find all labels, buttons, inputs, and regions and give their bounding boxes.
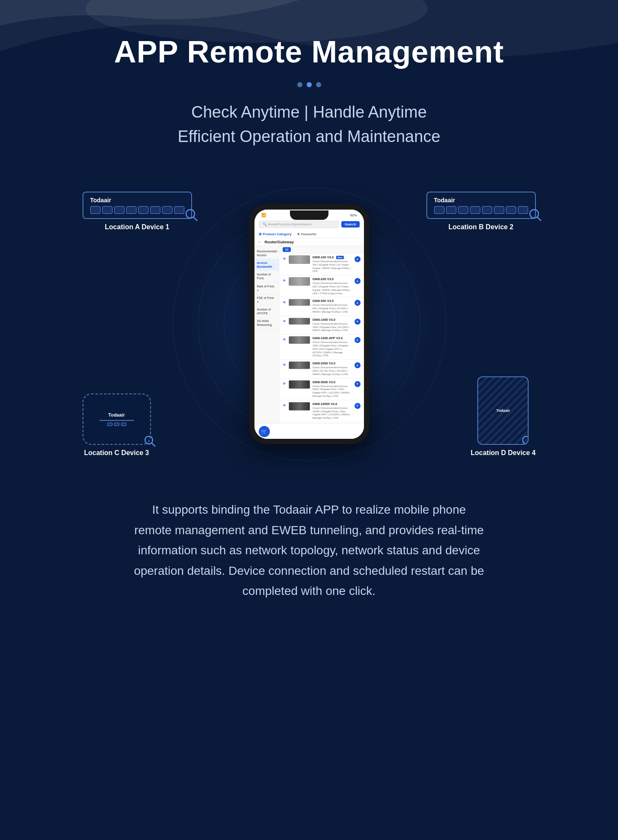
product-list-header: All [279, 246, 364, 254]
router-image-6 [289, 361, 310, 369]
device-d-label: Location D Device 4 [470, 449, 535, 457]
product-name-7: GW8-5000 V3.0 [313, 380, 352, 384]
add-button-7[interactable]: + [355, 381, 361, 387]
port-icon [162, 206, 172, 214]
eye-icon-3[interactable]: 👁 [283, 301, 286, 305]
phone-search-input[interactable]: 🔍 Model/Function/Specification [259, 221, 339, 228]
product-item-gw8-2000: 👁 GW8-2000 V3.0 Cloud | Recommended Acce… [279, 360, 364, 378]
sidebar-item-ap[interactable]: Number of AP/CPE [254, 306, 279, 317]
eye-icon-8[interactable]: 👁 [283, 404, 286, 408]
device-location-d: Todaair Location D Device 4 [470, 376, 535, 457]
sidebar-item-recommended[interactable]: Recommended Access [254, 248, 279, 259]
product-item-gw8-500: 👁 GW8-500 V3.0 Cloud | Recommended Acces… [279, 297, 364, 316]
port-icon [518, 206, 528, 214]
cart-icon[interactable]: 🛒 [259, 426, 270, 437]
port-icon [174, 206, 184, 214]
dot-1[interactable] [297, 82, 302, 87]
port-icon [102, 206, 112, 214]
back-arrow-icon[interactable]: ← [258, 240, 262, 244]
star-icon: ★ [297, 232, 300, 236]
product-name-4: GW8-1000 V3.0 [313, 318, 352, 322]
phone-sidebar: Recommended Access Access Bandwidth Numb… [254, 246, 279, 432]
product-info-7: GW8-5000 V3.0 Cloud | Recommended Access… [313, 380, 352, 398]
phone-bottom-bar: 🛒 [254, 423, 364, 439]
product-name-6: GW8-2000 V3.0 [313, 361, 352, 365]
tab-favourite[interactable]: ★ Favourite [297, 232, 316, 236]
product-name-2: GW8-200 V3.0 [313, 277, 352, 281]
product-item-gw8-100: 👁 GW8-100 V3.0 New Cloud | Recommended A… [279, 254, 364, 275]
eye-icon-7[interactable]: 👁 [283, 382, 286, 386]
bottom-description: It supports binding the Todaair APP to r… [117, 500, 502, 601]
phone-screen: 📶 60% 🔍 Model/Function/Specification Sea… [254, 210, 364, 439]
add-button-6[interactable]: + [355, 362, 361, 368]
subtitle: Check Anytime | Handle Anytime Efficient… [177, 100, 440, 149]
phone-category-header: ← Router/Gateway [254, 238, 364, 246]
eye-icon-6[interactable]: 👁 [283, 363, 286, 367]
phone-notch [290, 210, 328, 220]
search-icon-d [521, 435, 529, 445]
device-a-ports [90, 206, 184, 214]
device-location-a: Todaair Locatio [83, 192, 192, 231]
port-icon [150, 206, 160, 214]
product-item-gw8-5000: 👁 GW8-5000 V3.0 Cloud | Recommended Acce… [279, 379, 364, 400]
device-d-logo: Todaair [497, 408, 510, 413]
wifi-icon: 📶 [261, 213, 266, 217]
product-info-1: GW8-100 V3.0 New Cloud | Recommended Acc… [313, 255, 352, 273]
sidebar-item-rate[interactable]: Rate of Ports [254, 283, 279, 294]
router-image-7 [289, 380, 310, 389]
add-button-8[interactable]: + [355, 403, 361, 409]
sidebar-item-sdwan[interactable]: SD-WAN Networking [254, 317, 279, 329]
grid-icon: ⊞ [259, 232, 262, 236]
svg-line-6 [152, 443, 155, 447]
port-icon [482, 206, 492, 214]
product-info-6: GW8-2000 V3.0 Cloud | Recommended Access… [313, 361, 352, 376]
dot-3[interactable] [316, 82, 321, 87]
add-button-2[interactable]: + [355, 278, 361, 284]
device-location-c: Todaair Location C Device 3 [83, 393, 151, 457]
eye-icon-2[interactable]: 👁 [283, 279, 286, 283]
product-item-gw8-200: 👁 GW8-200 V3.0 Cloud | Recommended Acces… [279, 275, 364, 297]
sidebar-item-bandwidth[interactable]: Access Bandwidth [254, 259, 279, 271]
port-icon [446, 206, 456, 214]
device-b-label: Location B Device 2 [448, 223, 513, 231]
product-item-gw8-1000: 👁 GW8-1000 V3.0 Cloud | Recommended Acce… [279, 316, 364, 334]
eye-icon-4[interactable]: 👁 [283, 319, 286, 323]
product-info-3: GW8-500 V3.0 Cloud | Recommended Access … [313, 299, 352, 314]
category-title: Router/Gateway [265, 240, 294, 244]
eye-icon-5[interactable]: 👁 [283, 338, 286, 342]
port-icon [494, 206, 504, 214]
port-icon [138, 206, 148, 214]
new-badge-1: New [336, 256, 343, 259]
search-icon-b [528, 208, 543, 222]
product-desc-5: Cloud | Recommended Access 1000 | 6Gigab… [313, 341, 352, 358]
product-name-1: GW8-100 V3.0 New [313, 255, 352, 259]
eye-icon-1[interactable]: 👁 [283, 257, 286, 261]
router-image-1 [289, 255, 310, 264]
product-desc-4: Cloud | Recommended Access 1000 | 6Gigab… [313, 322, 352, 332]
port-icon [114, 206, 124, 214]
add-button-1[interactable]: + [355, 256, 361, 262]
description-text: It supports binding the Todaair APP to r… [134, 500, 485, 601]
product-name-5: GW8-1000-SFP V3.0 [313, 336, 352, 340]
sidebar-item-ports[interactable]: Number of Ports [254, 271, 279, 282]
search-magnify-icon: 🔍 [263, 222, 267, 226]
phone-tabs: ⊞ Product Category ★ Favourite [254, 231, 364, 238]
search-icon-c [143, 435, 157, 448]
tab-category[interactable]: ⊞ Product Category [259, 232, 292, 236]
add-button-4[interactable]: + [355, 319, 361, 325]
add-button-3[interactable]: + [355, 300, 361, 306]
device-c-line [100, 420, 134, 421]
device-b-ports [434, 206, 528, 214]
page-title: APP Remote Management [114, 34, 504, 69]
device-a-box: Todaair [83, 192, 192, 219]
phone-search-button[interactable]: Search [341, 221, 360, 228]
phone-outer: 📶 60% 🔍 Model/Function/Specification Sea… [249, 204, 369, 444]
port-icon [458, 206, 468, 214]
product-name-3: GW8-500 V3.0 [313, 299, 352, 303]
device-a-label: Location A Device 1 [105, 223, 169, 231]
all-button[interactable]: All [283, 247, 291, 252]
dot-2[interactable] [307, 82, 312, 87]
device-b-box: Todaair [426, 192, 536, 219]
sidebar-item-pse[interactable]: PSE of Ports [254, 294, 279, 306]
add-button-5[interactable]: + [355, 337, 361, 343]
